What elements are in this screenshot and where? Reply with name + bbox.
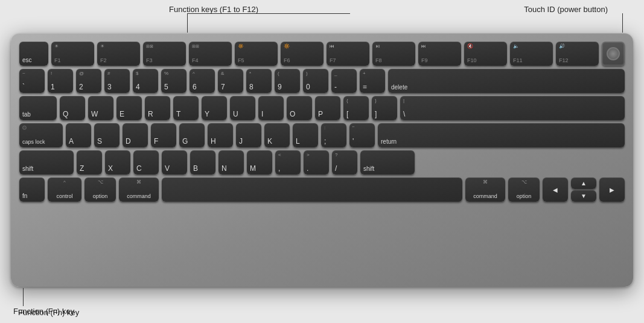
key-f11[interactable]: 🔈 F11 [510,42,553,66]
key-v[interactable]: V [162,150,187,174]
arrow-left-container: ◀ [543,177,568,202]
key-option-left[interactable]: ⌥ option [84,177,116,202]
key-tab[interactable]: tab [19,96,57,120]
key-f3[interactable]: ⊞⊠ F3 [143,42,186,66]
key-shift-left[interactable]: shift [19,150,74,174]
arrow-right-container: ▶ [599,177,625,202]
key-f6[interactable]: 🔆 F6 [281,42,324,66]
key-4[interactable]: $ 4 [133,69,158,93]
key-space[interactable] [162,177,462,202]
key-command-left[interactable]: ⌘ command [119,177,159,202]
key-e[interactable]: E [116,96,142,120]
key-f10[interactable]: 🔇 F10 [464,42,507,66]
num-row: ~ ` ! 1 @ 2 # 3 $ 4 % 5 [19,69,625,93]
key-6[interactable]: ^ 6 [190,69,215,93]
key-h[interactable]: H [208,123,233,147]
key-semicolon[interactable]: : ; [321,123,346,147]
key-3[interactable]: # 3 [104,69,130,93]
key-esc[interactable]: esc [19,42,48,66]
key-comma[interactable]: < , [275,150,301,174]
key-shift-right[interactable]: shift [360,150,415,174]
key-f[interactable]: F [151,123,176,147]
bottom-row: fn ^ control ⌥ option ⌘ command ⌘ comman… [19,177,625,202]
key-touch-id[interactable] [602,42,625,66]
key-backslash[interactable]: | \ [400,96,625,120]
key-f1[interactable]: ☀ F1 [51,42,94,66]
fn-key-annotation: Function (Fn) key [18,308,79,317]
key-option-right[interactable]: ⌥ option [508,177,540,202]
key-8[interactable]: * 8 [246,69,272,93]
key-5[interactable]: % 5 [161,69,187,93]
key-z[interactable]: Z [77,150,102,174]
touch-id-label: Touch ID (power button) [524,5,608,14]
fn-row: esc ☀ F1 ☀ F2 ⊞⊠ F3 ⊞⊞ F4 🔅 F5 [19,42,625,66]
function-keys-label: Function keys (F1 to F12) [169,5,258,14]
key-t[interactable]: T [173,96,199,120]
key-f4[interactable]: ⊞⊞ F4 [189,42,232,66]
key-o[interactable]: O [287,96,312,120]
key-f2[interactable]: ☀ F2 [97,42,140,66]
key-k[interactable]: K [264,123,290,147]
key-return[interactable]: return [378,123,625,147]
key-b[interactable]: B [190,150,215,174]
key-q[interactable]: Q [60,96,85,120]
key-l[interactable]: L [293,123,318,147]
key-s[interactable]: S [94,123,120,147]
key-lbracket[interactable]: { [ [343,96,369,120]
key-d[interactable]: D [123,123,148,147]
key-control[interactable]: ^ control [48,177,81,202]
key-arrow-right[interactable]: ▶ [599,177,625,202]
key-f8[interactable]: ⏯ F8 [372,42,415,66]
key-m[interactable]: M [247,150,272,174]
key-backtick[interactable]: ~ ` [19,69,45,93]
a-row: caps lock A S D F G H J K L : ; " ' retu… [19,123,625,147]
key-f12[interactable]: 🔊 F12 [556,42,599,66]
key-fn[interactable]: fn [19,177,45,202]
key-rbracket[interactable]: } ] [372,96,397,120]
key-arrow-up[interactable]: ▲ [571,177,596,189]
key-arrow-down[interactable]: ▼ [571,190,596,202]
keyboard: esc ☀ F1 ☀ F2 ⊞⊠ F3 ⊞⊞ F4 🔅 F5 [11,33,633,287]
key-f5[interactable]: 🔅 F5 [235,42,278,66]
arrow-updown-container: ▲ ▼ [571,177,596,202]
key-y[interactable]: Y [202,96,227,120]
key-f9[interactable]: ⏭ F9 [418,42,461,66]
key-quote[interactable]: " ' [349,123,375,147]
key-f7[interactable]: ⏮ F7 [327,42,369,66]
key-1[interactable]: ! 1 [48,69,73,93]
key-x[interactable]: X [105,150,130,174]
key-c[interactable]: C [133,150,159,174]
key-9[interactable]: ( 9 [275,69,300,93]
key-period[interactable]: > . [304,150,329,174]
key-j[interactable]: J [236,123,261,147]
key-u[interactable]: U [230,96,255,120]
key-command-right[interactable]: ⌘ command [465,177,505,202]
key-a[interactable]: A [66,123,91,147]
key-delete[interactable]: delete [388,69,625,93]
key-minus[interactable]: _ - [331,69,357,93]
key-n[interactable]: N [218,150,244,174]
key-g[interactable]: G [179,123,205,147]
key-equals[interactable]: + = [360,69,385,93]
q-row: tab Q W E R T Y U I O P { [ } ] | \ [19,96,625,120]
z-row: shift Z X C V B N M < , > . ? / shift [19,150,625,174]
key-capslock[interactable]: caps lock [19,123,63,147]
key-slash[interactable]: ? / [332,150,357,174]
key-0[interactable]: ) 0 [303,69,328,93]
key-i[interactable]: I [258,96,284,120]
key-2[interactable]: @ 2 [76,69,101,93]
key-w[interactable]: W [88,96,113,120]
key-7[interactable]: & 7 [218,69,243,93]
touch-id-circle [607,47,620,60]
key-arrow-left[interactable]: ◀ [543,177,568,202]
key-r[interactable]: R [145,96,170,120]
key-p[interactable]: P [315,96,340,120]
